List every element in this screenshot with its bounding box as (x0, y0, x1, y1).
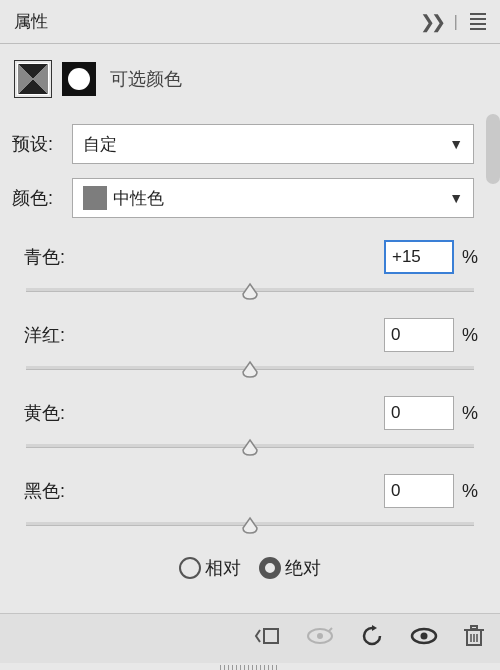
color-row: 颜色: 中性色 ▼ (12, 178, 488, 218)
slider-2: 黄色:% (16, 396, 484, 460)
preset-label: 预设: (12, 132, 72, 156)
slider-label: 洋红: (24, 323, 65, 347)
separator: | (454, 12, 458, 32)
layer-mask-icon[interactable] (62, 62, 96, 96)
panel-menu-icon[interactable] (470, 13, 486, 30)
chevron-down-icon: ▼ (449, 136, 463, 152)
selective-color-icon[interactable] (14, 60, 52, 98)
color-label: 颜色: (12, 186, 72, 210)
method-radio-group: 相对 绝对 (12, 556, 488, 580)
slider-value-input[interactable] (384, 318, 454, 352)
unit-label: % (462, 247, 478, 268)
unit-label: % (462, 481, 478, 502)
radio-label: 绝对 (285, 556, 321, 580)
properties-panel: 属性 ❯❯ | 可选颜色 预设: 自定 ▼ 颜色: 中性色 (0, 0, 500, 670)
method-relative-radio[interactable]: 相对 (179, 556, 241, 580)
method-absolute-radio[interactable]: 绝对 (259, 556, 321, 580)
chevron-down-icon: ▼ (449, 190, 463, 206)
slider-label: 黑色: (24, 479, 65, 503)
unit-label: % (462, 325, 478, 346)
svg-rect-12 (471, 626, 477, 629)
slider-label: 黄色: (24, 401, 65, 425)
slider-thumb[interactable] (241, 438, 259, 456)
preset-value: 自定 (83, 133, 117, 156)
clip-to-layer-icon[interactable] (254, 626, 280, 651)
collapse-chevrons-icon[interactable]: ❯❯ (420, 11, 442, 33)
slider-value-input[interactable] (384, 240, 454, 274)
slider-track[interactable] (26, 358, 474, 382)
slider-3: 黑色:% (16, 474, 484, 538)
color-swatch (83, 186, 107, 210)
resize-handle[interactable] (0, 663, 500, 670)
visibility-icon[interactable] (410, 627, 438, 650)
slider-0: 青色:% (16, 240, 484, 304)
view-previous-icon[interactable] (306, 627, 334, 650)
slider-thumb[interactable] (241, 282, 259, 300)
panel-body: 预设: 自定 ▼ 颜色: 中性色 ▼ 青色:%洋红:%黄色:%黑色:% 相对 (0, 112, 500, 613)
svg-marker-7 (372, 625, 377, 631)
color-value: 中性色 (113, 187, 164, 210)
color-select[interactable]: 中性色 ▼ (72, 178, 474, 218)
slider-thumb[interactable] (241, 516, 259, 534)
title-bar: 属性 ❯❯ | (0, 0, 500, 44)
delete-icon[interactable] (464, 625, 484, 652)
scrollbar-thumb[interactable] (486, 114, 500, 184)
unit-label: % (462, 403, 478, 424)
preset-select[interactable]: 自定 ▼ (72, 124, 474, 164)
svg-point-9 (421, 633, 428, 640)
preset-row: 预设: 自定 ▼ (12, 124, 488, 164)
slider-track[interactable] (26, 280, 474, 304)
slider-track[interactable] (26, 514, 474, 538)
reset-icon[interactable] (360, 625, 384, 652)
panel-title: 属性 (14, 10, 48, 33)
svg-rect-4 (264, 629, 278, 643)
adjustment-label: 可选颜色 (110, 67, 182, 91)
slider-track[interactable] (26, 436, 474, 460)
slider-value-input[interactable] (384, 474, 454, 508)
radio-label: 相对 (205, 556, 241, 580)
slider-value-input[interactable] (384, 396, 454, 430)
adjustment-header: 可选颜色 (0, 44, 500, 112)
svg-point-6 (317, 633, 323, 639)
slider-1: 洋红:% (16, 318, 484, 382)
slider-thumb[interactable] (241, 360, 259, 378)
slider-label: 青色: (24, 245, 65, 269)
bottom-toolbar (0, 613, 500, 663)
